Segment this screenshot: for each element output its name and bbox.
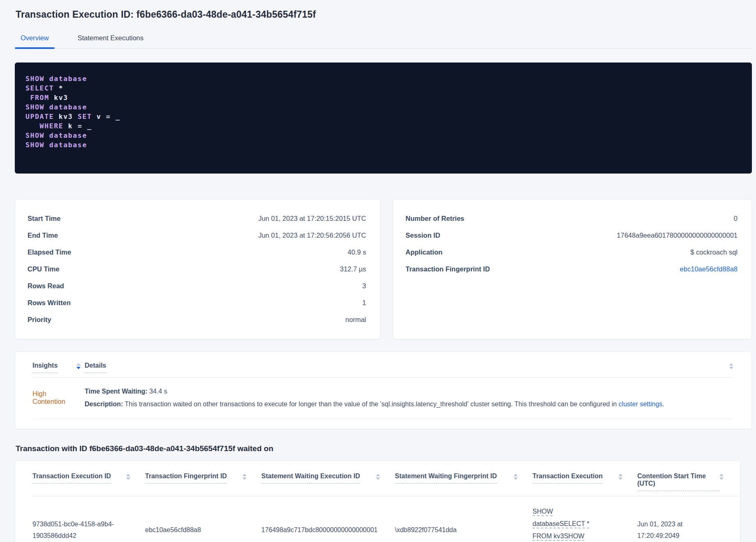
sql-line: WHERE k = _ xyxy=(25,121,740,131)
kv-row-session-id: Session ID 17648a9eea6017800000000000000… xyxy=(406,227,738,244)
transaction-fingerprint-link[interactable]: ebc10ae56cfd88a8 xyxy=(680,265,738,273)
insights-column-header[interactable]: Insights xyxy=(32,362,85,373)
col-header-statement-waiting-fingerprint-id[interactable]: Statement Waiting Fingerprint ID xyxy=(395,473,532,484)
tab-statement-executions[interactable]: Statement Executions xyxy=(72,31,150,48)
cell-statement-waiting-execution-id: 176498a9c717bdc80000000000000001 xyxy=(261,524,395,536)
kv-row-rows-read: Rows Read 3 xyxy=(28,278,366,294)
waited-on-heading: Transaction with ID f6be6366-da03-48de-a… xyxy=(16,444,752,453)
summary-cards: Start Time Jun 01, 2023 at 17:20:15:2015… xyxy=(15,199,752,339)
insight-row: High Contention Time Spent Waiting: 34.4… xyxy=(32,378,733,419)
col-header-contention-start-time[interactable]: Contention Start Time (UTC) xyxy=(637,473,738,491)
sort-icon[interactable] xyxy=(514,474,518,480)
sort-icon-right[interactable] xyxy=(729,363,733,369)
cluster-settings-link[interactable]: cluster settings xyxy=(619,401,663,408)
sql-line: SELECT * xyxy=(25,83,740,93)
cell-transaction-fingerprint-id: ebc10ae56cfd88a8 xyxy=(145,524,261,536)
cell-contention-start-time: Jun 01, 2023 at 17:20:49:2049 xyxy=(637,519,738,542)
insights-table-header: Insights Details xyxy=(32,352,733,378)
col-header-transaction-fingerprint-id[interactable]: Transaction Fingerprint ID xyxy=(145,473,261,484)
sql-line: SHOW database xyxy=(25,140,740,150)
col-header-statement-waiting-execution-id[interactable]: Statement Waiting Execution ID xyxy=(261,473,395,484)
sql-line: SHOW database xyxy=(25,131,740,140)
kv-row-priority: Priority normal xyxy=(28,311,366,328)
insight-type-cell: High Contention xyxy=(32,390,85,405)
kv-row-rows-written: Rows Written 1 xyxy=(28,294,366,311)
time-spent-waiting: Time Spent Waiting: 34.4 s xyxy=(85,385,733,398)
insight-details-cell: Time Spent Waiting: 34.4 s Description: … xyxy=(85,385,733,410)
col-header-transaction-execution-id[interactable]: Transaction Execution ID xyxy=(32,473,145,484)
sql-line: SHOW database xyxy=(25,74,740,83)
sort-icon[interactable] xyxy=(376,474,380,480)
waited-on-table: Transaction Execution ID Transaction Fin… xyxy=(15,461,740,542)
kv-row-application: Application $ cockroach sql xyxy=(406,244,738,261)
waited-table-row: 9738d051-bc0e-4158-a9b4-1903586ddd42 ebc… xyxy=(32,496,738,542)
sort-icon[interactable] xyxy=(126,474,130,480)
page-title: Transaction Execution ID: f6be6366-da03-… xyxy=(16,9,752,20)
tab-overview[interactable]: Overview xyxy=(15,31,55,48)
waited-table-header: Transaction Execution ID Transaction Fin… xyxy=(32,461,738,496)
cell-statement-waiting-fingerprint-id: \xdb8922f077541dda xyxy=(395,524,532,536)
insight-description: Description: This transaction waited on … xyxy=(85,398,733,410)
col-header-transaction-execution[interactable]: Transaction Execution xyxy=(532,473,637,484)
sql-line: SHOW database xyxy=(25,102,740,112)
sort-icon[interactable] xyxy=(242,474,247,480)
kv-row-number-of-retries: Number of Retries 0 xyxy=(406,210,738,227)
tab-bar: Overview Statement Executions xyxy=(15,31,752,49)
sort-icon[interactable] xyxy=(618,474,622,480)
insights-table: Insights Details High Contention Time Sp… xyxy=(15,352,752,429)
kv-row-start-time: Start Time Jun 01, 2023 at 17:20:15:2015… xyxy=(28,210,366,227)
details-column-header[interactable]: Details xyxy=(85,362,106,373)
transaction-execution-page: Transaction Execution ID: f6be6366-da03-… xyxy=(0,0,756,542)
sql-line: FROM kv3 xyxy=(25,93,740,102)
kv-row-elapsed-time: Elapsed Time 40.9 s xyxy=(28,244,366,261)
sql-line: UPDATE kv3 SET v = _ xyxy=(25,112,740,121)
kv-row-transaction-fingerprint-id: Transaction Fingerprint ID ebc10ae56cfd8… xyxy=(406,261,738,278)
high-contention-badge: High Contention xyxy=(32,390,81,405)
sql-statements-box: SHOW database SELECT * FROM kv3 SHOW dat… xyxy=(15,63,752,174)
cell-transaction-execution-id: 9738d051-bc0e-4158-a9b4-1903586ddd42 xyxy=(32,519,145,542)
sort-icon[interactable] xyxy=(719,474,724,480)
execution-details-card: Start Time Jun 01, 2023 at 17:20:15:2015… xyxy=(15,199,380,339)
kv-row-cpu-time: CPU Time 312.7 µs xyxy=(28,261,366,278)
session-details-card: Number of Retries 0 Session ID 17648a9ee… xyxy=(393,199,752,339)
cell-transaction-execution: SHOW databaseSELECT * FROM kv3SHOW datab… xyxy=(532,505,637,542)
sort-icon-insights[interactable] xyxy=(76,363,81,369)
transaction-execution-link[interactable]: SHOW databaseSELECT * FROM kv3SHOW datab… xyxy=(532,505,606,542)
kv-row-end-time: End Time Jun 01, 2023 at 17:20:56:2056 U… xyxy=(28,227,366,244)
